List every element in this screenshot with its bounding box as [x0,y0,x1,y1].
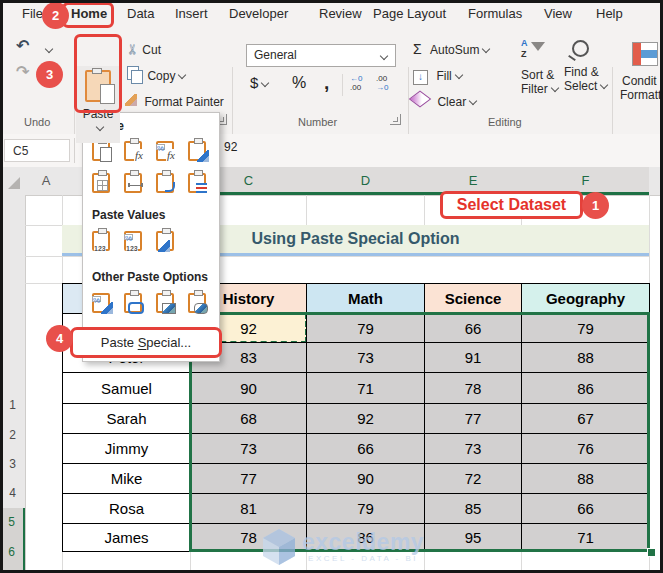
formulas-icon[interactable] [124,139,146,163]
formatting-lines-icon[interactable] [188,171,210,195]
row-header-3[interactable]: 3 [0,451,25,478]
tab-file[interactable]: File [22,6,43,21]
table-cell[interactable]: 73 [424,433,522,464]
table-cell[interactable]: 86 [521,372,650,404]
no-borders-icon[interactable] [92,171,114,195]
table-cell[interactable]: 81 [190,493,307,524]
table-cell[interactable]: 88 [521,342,650,373]
format-painter-button[interactable]: Format Painter [125,92,224,110]
number-format-dropdown[interactable]: General [246,44,396,67]
copy-icon [127,66,139,80]
row-header-7[interactable]: 7 [0,567,25,573]
keep-source-column-widths-icon[interactable] [124,171,146,195]
number-dialog-launcher-icon[interactable] [390,114,401,125]
table-cell[interactable]: 73 [190,433,307,464]
linked-picture-icon[interactable] [188,291,210,315]
find-select-button[interactable]: Find & Select [564,40,607,93]
table-cell[interactable]: 76 [521,433,650,464]
table-cell[interactable]: 71 [306,372,425,404]
col-header-D[interactable]: D [306,173,425,188]
table-cell[interactable]: James [62,523,191,552]
row-header-4[interactable]: 4 [0,478,25,508]
table-cell[interactable]: 86 [306,523,425,552]
table-cell[interactable]: 68 [190,403,307,434]
table-cell[interactable]: 95 [424,523,522,552]
table-cell[interactable]: Sarah [62,403,191,434]
table-cell[interactable]: 78 [424,372,522,404]
name-box[interactable]: C5 [4,139,70,162]
eraser-icon [409,90,432,107]
tab-formulas[interactable]: Formulas [468,6,522,21]
row-header-5[interactable]: 5 [0,508,25,537]
table-cell[interactable]: Mike [62,463,191,494]
table-cell[interactable]: 78 [190,523,307,552]
formulas-number-formatting-icon[interactable] [156,139,178,163]
picture-icon[interactable] [156,291,178,315]
table-cell[interactable]: 67 [521,403,650,434]
table-cell[interactable]: 79 [306,313,425,343]
table-cell[interactable]: 88 [521,463,650,494]
autosum-button[interactable]: Σ AutoSum [413,40,489,58]
table-cell[interactable]: 66 [521,493,650,524]
copy-button[interactable]: Copy [127,66,185,84]
tab-data[interactable]: Data [127,6,154,21]
cut-button[interactable]: ✄ Cut [127,40,161,58]
formula-bar-value[interactable]: 92 [224,140,237,154]
increase-decimal-icon[interactable]: ←0.00 [350,74,362,92]
table-header-geography[interactable]: Geography [521,283,650,314]
table-cell[interactable]: Samuel [62,372,191,404]
fill-handle[interactable] [647,548,656,557]
keep-source-formatting-icon[interactable] [188,139,210,163]
percent-format-button[interactable]: % [292,74,306,92]
decrease-decimal-icon[interactable]: →0 [376,83,388,92]
values-source-formatting-icon[interactable] [156,229,178,253]
formatting-brush-icon[interactable] [92,291,114,315]
table-cell[interactable]: 72 [424,463,522,494]
redo-icon[interactable]: ↷ [16,62,29,81]
tab-help[interactable]: Help [596,6,623,21]
table-cell[interactable]: 79 [306,493,425,524]
paste-special-menu-item[interactable]: Paste Special... [101,335,191,350]
row-header-1[interactable]: 1 [0,390,25,420]
tab-review[interactable]: Review [319,6,362,21]
col-header-A[interactable]: A [30,173,62,188]
row-header-2[interactable]: 2 [0,420,25,451]
table-cell[interactable]: 79 [521,313,650,343]
sort-filter-button[interactable]: Sort & Filter [521,38,558,96]
values-number-formatting-icon[interactable] [124,229,146,253]
table-cell[interactable]: 90 [190,372,307,404]
clear-button[interactable]: Clear [413,92,476,110]
table-cell[interactable]: 77 [424,403,522,434]
transpose-icon[interactable] [156,171,178,195]
table-cell[interactable]: 91 [424,342,522,373]
undo-chevron-icon[interactable] [45,45,53,53]
select-all-corner[interactable] [8,177,20,189]
undo-icon[interactable]: ↶ [16,36,29,55]
table-cell[interactable]: 66 [306,433,425,464]
tab-insert[interactable]: Insert [175,6,208,21]
comma-format-button[interactable]: , [324,72,329,94]
conditional-formatting-button[interactable]: Condit Formatt [632,42,661,102]
row-header-6[interactable]: 6 [0,537,25,567]
col-header-F[interactable]: F [521,173,650,188]
table-cell[interactable]: 77 [190,463,307,494]
table-header-science[interactable]: Science [424,283,522,314]
table-header-math[interactable]: Math [306,283,425,314]
fill-button[interactable]: ↓ Fill [413,66,462,85]
tab-developer[interactable]: Developer [229,6,288,21]
table-cell[interactable]: Rosa [62,493,191,524]
table-cell[interactable]: 73 [306,342,425,373]
tab-page-layout[interactable]: Page Layout [373,6,446,21]
table-cell[interactable]: 66 [424,313,522,343]
values-icon[interactable] [92,229,114,253]
table-cell[interactable]: 85 [424,493,522,524]
currency-format-button[interactable]: $ [250,74,268,91]
table-cell[interactable]: 90 [306,463,425,494]
paste-link-icon[interactable] [124,291,146,315]
table-cell[interactable]: 71 [521,523,650,552]
tab-view[interactable]: View [544,6,572,21]
step-badge-4: 4 [46,325,73,352]
table-cell[interactable]: Jimmy [62,433,191,464]
table-cell[interactable]: 92 [306,403,425,434]
col-header-E[interactable]: E [424,173,522,188]
